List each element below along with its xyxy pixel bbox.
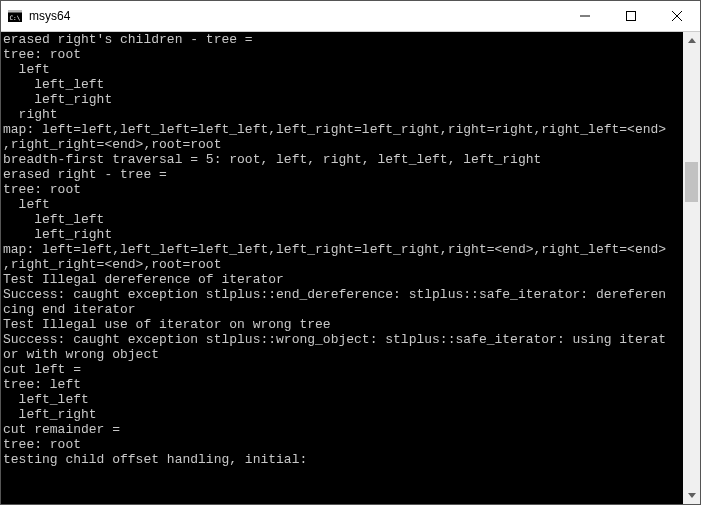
terminal-line: breadth-first traversal = 5: root, left,… [3, 152, 683, 167]
terminal-line: left_right [3, 227, 683, 242]
terminal-icon: C:\ [7, 8, 23, 24]
terminal-line: tree: left [3, 377, 683, 392]
terminal-line: ,right_right=<end>,root=root [3, 257, 683, 272]
terminal-line: erased right - tree = [3, 167, 683, 182]
terminal-line: left_left [3, 392, 683, 407]
minimize-button[interactable] [562, 1, 608, 31]
terminal-line: Success: caught exception stlplus::wrong… [3, 332, 683, 347]
terminal-output[interactable]: erased right's children - tree = tree: r… [1, 32, 683, 504]
scroll-up-arrow-icon[interactable] [683, 32, 700, 49]
terminal-line: Test Illegal use of iterator on wrong tr… [3, 317, 683, 332]
terminal-line: testing child offset handling, initial: [3, 452, 683, 467]
terminal-line: left_right [3, 92, 683, 107]
svg-marker-8 [688, 493, 696, 498]
terminal-line: tree: root [3, 47, 683, 62]
scroll-down-arrow-icon[interactable] [683, 487, 700, 504]
terminal-line: left_left [3, 77, 683, 92]
terminal-line: erased right's children - tree = [3, 32, 683, 47]
maximize-button[interactable] [608, 1, 654, 31]
terminal-line: map: left=left,left_left=left_left,left_… [3, 122, 683, 137]
terminal-line: Test Illegal dereference of iterator [3, 272, 683, 287]
titlebar[interactable]: C:\ msys64 [1, 1, 700, 32]
terminal-line: cing end iterator [3, 302, 683, 317]
terminal-line: left_left [3, 212, 683, 227]
scrollbar-thumb[interactable] [685, 162, 698, 202]
terminal-line: Success: caught exception stlplus::end_d… [3, 287, 683, 302]
terminal-line: left [3, 62, 683, 77]
terminal-line: left_right [3, 407, 683, 422]
svg-text:C:\: C:\ [10, 14, 21, 21]
window: C:\ msys64 erased right's children - tre… [0, 0, 701, 505]
terminal-line: cut remainder = [3, 422, 683, 437]
terminal-line: or with wrong object [3, 347, 683, 362]
terminal-line: map: left=left,left_left=left_left,left_… [3, 242, 683, 257]
terminal-line: right [3, 107, 683, 122]
terminal-line: tree: root [3, 437, 683, 452]
terminal-line: tree: root [3, 182, 683, 197]
client-area: erased right's children - tree = tree: r… [1, 32, 700, 504]
svg-rect-1 [8, 10, 22, 13]
vertical-scrollbar[interactable] [683, 32, 700, 504]
window-title: msys64 [29, 9, 70, 23]
terminal-line: cut left = [3, 362, 683, 377]
terminal-line: ,right_right=<end>,root=root [3, 137, 683, 152]
svg-rect-4 [627, 12, 636, 21]
close-button[interactable] [654, 1, 700, 31]
terminal-line: left [3, 197, 683, 212]
svg-marker-7 [688, 38, 696, 43]
